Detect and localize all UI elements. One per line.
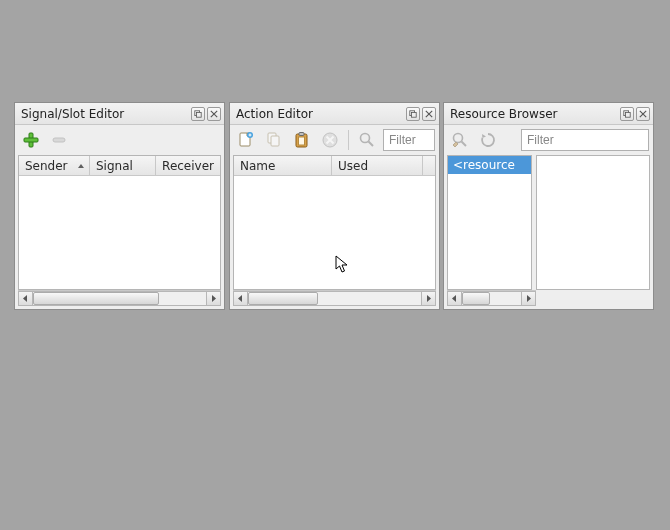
resource-split: <resource <box>447 155 650 290</box>
scroll-left-icon[interactable] <box>18 291 33 306</box>
column-receiver-label: Receiver <box>162 159 214 173</box>
action-editor-title: Action Editor <box>236 107 404 121</box>
svg-rect-1 <box>196 112 201 117</box>
scroll-track[interactable] <box>248 291 421 306</box>
resource-browser-panel: Resource Browser < <box>443 102 654 310</box>
column-signal-label: Signal <box>96 159 133 173</box>
resource-browser-title: Resource Browser <box>450 107 618 121</box>
resource-filter-input[interactable] <box>521 129 649 151</box>
column-name-label: Name <box>240 159 275 173</box>
close-icon[interactable] <box>422 107 436 121</box>
scroll-right-icon[interactable] <box>521 291 536 306</box>
action-editor-toolbar <box>230 125 439 155</box>
action-filter-input[interactable] <box>383 129 435 151</box>
column-extra[interactable] <box>423 156 435 175</box>
resource-browser-titlebar: Resource Browser <box>444 103 653 125</box>
action-editor-panel: Action Editor <box>229 102 440 310</box>
svg-rect-12 <box>299 133 304 136</box>
column-used-label: Used <box>338 159 368 173</box>
resource-tree-hscroll[interactable] <box>447 290 536 306</box>
column-receiver[interactable]: Receiver <box>156 156 220 175</box>
resource-root-item[interactable]: <resource <box>448 156 531 174</box>
edit-resources-button[interactable] <box>448 128 472 152</box>
action-body <box>234 176 435 289</box>
svg-rect-17 <box>625 112 630 117</box>
scroll-left-icon[interactable] <box>447 291 462 306</box>
signal-slot-titlebar: Signal/Slot Editor <box>15 103 224 125</box>
remove-button[interactable] <box>47 128 71 152</box>
scroll-right-icon[interactable] <box>421 291 436 306</box>
column-sender[interactable]: Sender <box>19 156 90 175</box>
sort-asc-icon <box>77 162 85 170</box>
resource-tree-body: <resource <box>448 156 531 289</box>
scroll-thumb[interactable] <box>248 292 318 305</box>
zoom-button[interactable] <box>355 128 379 152</box>
signal-slot-header-row: Sender Signal Receiver <box>19 156 220 176</box>
close-icon[interactable] <box>636 107 650 121</box>
scroll-thumb[interactable] <box>462 292 490 305</box>
reload-button[interactable] <box>476 128 500 152</box>
float-icon[interactable] <box>406 107 420 121</box>
resource-root-label: <resource <box>453 158 515 172</box>
svg-rect-10 <box>271 136 279 146</box>
new-action-button[interactable] <box>234 128 258 152</box>
svg-rect-4 <box>53 138 65 142</box>
float-icon[interactable] <box>620 107 634 121</box>
resource-toolbar <box>444 125 653 155</box>
copy-button[interactable] <box>262 128 286 152</box>
column-used[interactable]: Used <box>332 156 423 175</box>
signal-slot-table: Sender Signal Receiver <box>18 155 221 290</box>
svg-point-15 <box>361 134 370 143</box>
signal-slot-hscroll[interactable] <box>18 290 221 306</box>
signal-slot-editor-panel: Signal/Slot Editor Sender <box>14 102 225 310</box>
paste-button[interactable] <box>290 128 314 152</box>
signal-slot-body <box>19 176 220 289</box>
action-header-row: Name Used <box>234 156 435 176</box>
resource-preview <box>536 155 650 290</box>
float-icon[interactable] <box>191 107 205 121</box>
svg-rect-6 <box>411 112 416 117</box>
action-editor-titlebar: Action Editor <box>230 103 439 125</box>
action-hscroll[interactable] <box>233 290 436 306</box>
signal-slot-toolbar <box>15 125 224 155</box>
action-table: Name Used <box>233 155 436 290</box>
svg-point-18 <box>454 134 463 143</box>
resource-tree[interactable]: <resource <box>447 155 532 290</box>
svg-rect-13 <box>299 137 305 145</box>
scroll-right-icon[interactable] <box>206 291 221 306</box>
toolbar-separator <box>348 130 349 150</box>
column-name[interactable]: Name <box>234 156 332 175</box>
column-sender-label: Sender <box>25 159 68 173</box>
delete-button[interactable] <box>318 128 342 152</box>
scroll-thumb[interactable] <box>33 292 159 305</box>
scroll-track[interactable] <box>33 291 206 306</box>
close-icon[interactable] <box>207 107 221 121</box>
signal-slot-title: Signal/Slot Editor <box>21 107 189 121</box>
add-button[interactable] <box>19 128 43 152</box>
svg-rect-3 <box>24 138 38 142</box>
column-signal[interactable]: Signal <box>90 156 156 175</box>
scroll-left-icon[interactable] <box>233 291 248 306</box>
scroll-track[interactable] <box>462 291 521 306</box>
